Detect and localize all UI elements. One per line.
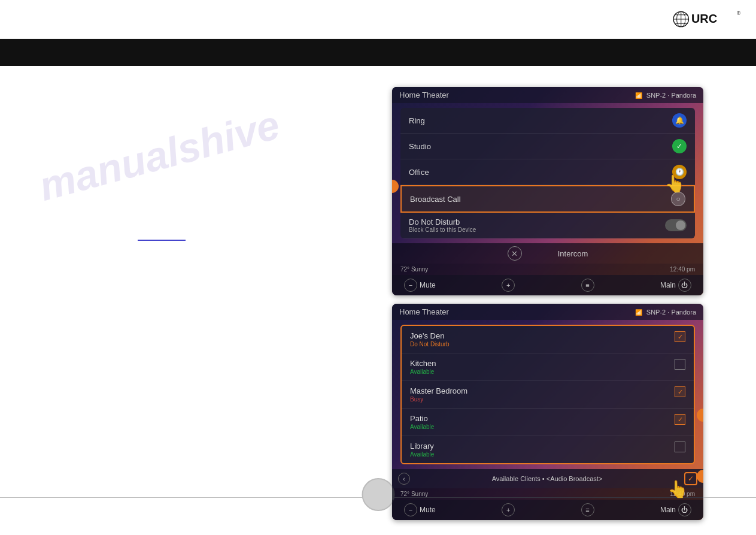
screenshots-container: Home Theater 📶 SNP-2 · Pandora Ring 🔔 St… <box>392 87 712 520</box>
menu-item-office[interactable]: Office 🕐 <box>400 159 695 185</box>
intercom-label: Intercom <box>558 249 588 258</box>
screen2-footer: 72° Sunny 12:40 pm <box>392 488 703 500</box>
checkbox-patio[interactable]: Patio Available ✓ <box>402 409 694 436</box>
screen1-weather: 72° Sunny <box>400 266 428 273</box>
screen1-nav: − Mute + ≡ Main ⏻ <box>392 275 703 295</box>
broadcast-icon: ○ <box>671 192 685 206</box>
kitchen-label: Kitchen <box>410 359 436 368</box>
screen1-time: 12:40 pm <box>670 266 695 273</box>
patio-checkbox[interactable]: ✓ <box>675 414 685 425</box>
screen2-time: 12:40 pm <box>670 491 695 497</box>
dnd-toggle[interactable] <box>665 219 687 231</box>
svg-text:URC: URC <box>691 12 717 25</box>
intercom-bar: ✕ Intercom <box>392 243 703 264</box>
checkbox-master-bedroom[interactable]: Master Bedroom Busy ✓ <box>402 381 694 409</box>
master-bedroom-checkbox[interactable]: ✓ <box>675 386 685 397</box>
svg-text:®: ® <box>737 11 740 16</box>
text-link[interactable] <box>138 240 186 241</box>
page-number <box>362 478 394 511</box>
menu-icon-2[interactable]: ≡ <box>581 503 594 516</box>
confirm-action-button[interactable]: ✓ <box>684 472 697 485</box>
ring-icon: 🔔 <box>672 113 687 128</box>
broadcast-label: Broadcast Call <box>410 195 671 204</box>
screen2-menu-panel: Joe's Den Do Not Disturb ✓ Kitchen Avail… <box>400 325 695 464</box>
close-icon[interactable]: ✕ <box>508 246 522 261</box>
minus-icon: − <box>404 279 417 292</box>
available-clients-bar: ‹ Available Clients • <Audio Broadcast> … <box>392 469 703 488</box>
joes-den-sub: Do Not Disturb <box>410 341 450 347</box>
navigation-bar <box>0 39 756 66</box>
screen2-nav: − Mute + ≡ Main ⏻ <box>392 500 703 520</box>
dnd-sub: Block Calls to this Device <box>409 226 476 233</box>
screen2-header: Home Theater 📶 SNP-2 · Pandora <box>392 304 703 320</box>
screen2-title: Home Theater <box>399 307 449 316</box>
screen2-device: Home Theater 📶 SNP-2 · Pandora Joe's Den… <box>392 304 703 520</box>
checkbox-library[interactable]: Library Available <box>402 436 694 463</box>
studio-label: Studio <box>409 142 672 151</box>
screen1-header: Home Theater 📶 SNP-2 · Pandora <box>392 87 703 103</box>
office-label: Office <box>409 168 672 177</box>
kitchen-sub: Available <box>410 368 436 375</box>
studio-icon: ✓ <box>672 139 687 153</box>
screen2-weather: 72° Sunny <box>400 491 428 497</box>
checkbox-kitchen[interactable]: Kitchen Available <box>402 353 694 381</box>
dnd-row: Do Not Disturb Block Calls to this Devic… <box>400 213 695 238</box>
mute-button[interactable]: − Mute <box>404 279 436 292</box>
screen1-menu-panel: Ring 🔔 Studio ✓ Office 🕐 Broadcast Call … <box>400 108 695 238</box>
main-button-2[interactable]: Main ⏻ <box>660 503 691 516</box>
library-label: Library <box>410 442 434 451</box>
wifi-icon-2: 📶 <box>635 309 642 316</box>
minus-icon-2: − <box>404 503 417 516</box>
joes-den-checkbox[interactable]: ✓ <box>675 331 685 342</box>
add-icon[interactable]: + <box>502 279 515 292</box>
menu-item-broadcast[interactable]: Broadcast Call ○ <box>400 185 695 213</box>
screen1-device: Home Theater 📶 SNP-2 · Pandora Ring 🔔 St… <box>392 87 703 295</box>
menu-icon[interactable]: ≡ <box>581 279 594 292</box>
joes-den-label: Joe's Den <box>410 331 444 340</box>
screen2-right: 📶 SNP-2 · Pandora <box>635 309 696 316</box>
watermark-text: manualshive <box>34 101 284 210</box>
page-header: URC ® <box>0 0 756 39</box>
wifi-icon: 📶 <box>635 92 642 99</box>
library-checkbox[interactable] <box>675 442 685 452</box>
menu-item-ring[interactable]: Ring 🔔 <box>400 108 695 134</box>
main-button[interactable]: Main ⏻ <box>660 279 691 292</box>
dnd-title: Do Not Disturb <box>409 217 476 226</box>
screen1-footer: 72° Sunny 12:40 pm <box>392 264 703 275</box>
ring-label: Ring <box>409 116 672 125</box>
checkbox-joes-den[interactable]: Joe's Den Do Not Disturb ✓ <box>402 326 694 353</box>
power-icon-2: ⏻ <box>678 503 691 516</box>
menu-item-studio[interactable]: Studio ✓ <box>400 134 695 159</box>
master-bedroom-label: Master Bedroom <box>410 386 467 395</box>
master-bedroom-sub: Busy <box>410 396 467 403</box>
patio-label: Patio <box>410 414 428 423</box>
kitchen-checkbox[interactable] <box>675 359 685 370</box>
screen1-title: Home Theater <box>399 90 449 99</box>
patio-sub: Available <box>410 424 434 430</box>
screen1-right: 📶 SNP-2 · Pandora <box>635 92 696 99</box>
add-icon-2[interactable]: + <box>502 503 515 516</box>
library-sub: Available <box>410 451 434 458</box>
urc-logo: URC ® <box>672 7 744 31</box>
power-icon: ⏻ <box>678 279 691 292</box>
prev-client-button[interactable]: ‹ <box>398 473 410 485</box>
office-icon: 🕐 <box>672 165 687 179</box>
mute-button-2[interactable]: − Mute <box>404 503 436 516</box>
clients-label: Available Clients • <Audio Broadcast> <box>492 475 603 482</box>
